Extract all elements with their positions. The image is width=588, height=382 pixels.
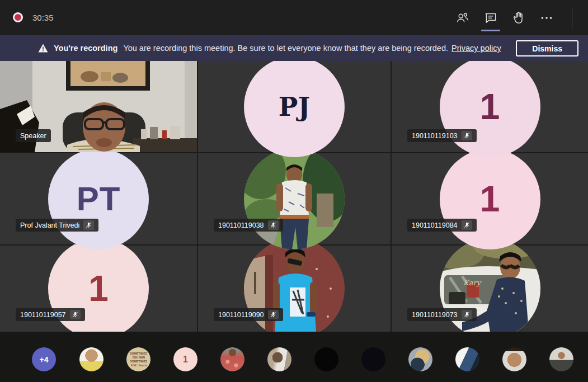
overflow-participants-badge[interactable]: +4 (32, 347, 56, 371)
avatar-initials: 1 (480, 178, 500, 220)
warning-icon (38, 44, 48, 53)
svg-text:YOU WIN: YOU WIN (132, 356, 145, 359)
recording-indicator-icon (13, 12, 23, 22)
banner-message: You are recording this meeting. Be sure … (123, 44, 448, 53)
participant-thumbnail[interactable] (455, 347, 479, 371)
mic-muted-icon (83, 220, 94, 230)
avatar: PJ (244, 61, 345, 157)
avatar-initials: PJ (279, 92, 310, 122)
mic-muted-icon (462, 310, 472, 319)
svg-text:SOMETIMES: SOMETIMES (130, 360, 148, 363)
more-options-button[interactable] (539, 11, 554, 25)
teams-meeting-window: 30:35 (0, 0, 588, 382)
privacy-policy-link[interactable]: Privacy policy (451, 44, 501, 53)
meeting-top-bar: 30:35 (0, 0, 588, 35)
participant-name-pill: 190110119103 (407, 129, 477, 142)
mic-muted-icon (462, 131, 472, 140)
participant-name: 190110119090 (218, 311, 264, 319)
mic-muted-icon (268, 310, 279, 319)
meeting-timer: 30:35 (32, 13, 54, 22)
participant-name-pill: 190110119090 (214, 308, 283, 321)
raise-hand-button[interactable] (511, 11, 526, 25)
dismiss-button[interactable]: Dismiss (516, 40, 578, 56)
participant-thumbnail[interactable] (220, 347, 244, 371)
participant-name: 190110119103 (412, 132, 458, 140)
participant-name-pill: Prof Jvalant Trivedi (16, 219, 98, 232)
participant-name: 190110119073 (412, 311, 458, 319)
mic-muted-icon (268, 220, 279, 230)
mic-muted-icon (462, 220, 472, 230)
topbar-divider (572, 8, 572, 28)
participant-name: Speaker (20, 132, 46, 140)
svg-text:YOU learn: YOU learn (130, 364, 147, 367)
participant-name: 190110119038 (218, 221, 264, 229)
video-tile-190110119084[interactable]: 1 190110119084 (392, 153, 588, 244)
participant-thumbnail[interactable] (549, 347, 573, 371)
avatar: 1 (440, 149, 540, 249)
participant-thumbnail[interactable] (408, 347, 432, 371)
participant-name: Prof Jvalant Trivedi (20, 221, 79, 229)
participant-thumbnail[interactable] (267, 347, 291, 371)
participant-name-pill: Speaker (16, 129, 51, 142)
video-tile-pj[interactable]: PJ (198, 61, 391, 152)
video-grid: Speaker PJ 1 190110119103 (0, 61, 588, 332)
participant-name: 190110119057 (20, 311, 66, 319)
participant-name-pill: 190110119073 (407, 308, 477, 321)
participant-name-pill: 190110119084 (407, 219, 477, 232)
participant-thumbnail[interactable] (361, 347, 385, 371)
raise-hand-icon (511, 11, 526, 25)
participant-thumbnail[interactable] (502, 347, 526, 371)
chat-button[interactable] (483, 11, 498, 25)
video-tile-190110119073[interactable]: Kary CHAU 190110119073 (392, 246, 588, 332)
participant-name-pill: 190110119057 (16, 308, 85, 321)
svg-text:Kary: Kary (463, 279, 482, 287)
quote-avatar-text: SOMETIMES YOU WIN SOMETIMES YOU learn (126, 347, 150, 371)
svg-text:SOMETIMES: SOMETIMES (130, 352, 148, 355)
participant-thumbnail[interactable]: SOMETIMES YOU WIN SOMETIMES YOU learn (126, 347, 150, 371)
mic-muted-icon (70, 310, 81, 319)
video-tile-190110119103[interactable]: 1 190110119103 (392, 61, 588, 152)
avatar-initials: 1 (88, 268, 109, 309)
participants-button[interactable] (455, 11, 470, 25)
participant-name: 190110119084 (412, 221, 458, 229)
video-tile-190110119038[interactable]: 190110119038 (198, 153, 391, 244)
participant-thumbnail[interactable] (314, 347, 338, 371)
participant-thumbnail[interactable]: 1 (173, 347, 197, 371)
video-tile-speaker[interactable]: Speaker (0, 61, 197, 152)
avatar: 1 (440, 61, 540, 157)
participant-strip: +4 SOMETIMES YOU WIN SOMETIMES YOU learn… (0, 332, 588, 382)
active-tab-indicator (481, 30, 500, 31)
banner-title: You're recording (54, 44, 117, 53)
participants-icon (455, 11, 470, 25)
video-tile-prof-jvalant-trivedi[interactable]: PT Prof Jvalant Trivedi (0, 153, 197, 244)
avatar: PT (48, 149, 149, 249)
video-tile-190110119090[interactable]: 190110119090 (198, 246, 391, 332)
avatar-initials: 1 (480, 86, 500, 128)
recording-banner: You're recording You are recording this … (0, 35, 588, 61)
avatar-initials: PT (77, 180, 121, 218)
chat-icon (483, 11, 498, 25)
more-options-icon (539, 11, 554, 25)
participant-photo-garden (244, 149, 345, 249)
participant-name-pill: 190110119038 (214, 219, 283, 232)
participant-thumbnail[interactable] (79, 347, 104, 371)
avatar-photo (244, 149, 345, 249)
video-tile-190110119057[interactable]: 1 190110119057 (0, 246, 197, 332)
